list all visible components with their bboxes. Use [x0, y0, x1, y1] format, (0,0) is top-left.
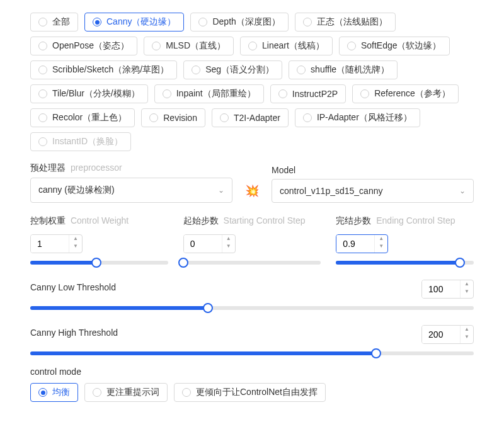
control-type-0[interactable]: 全部	[30, 13, 78, 31]
control-type-9[interactable]: Seg（语义分割）	[183, 60, 282, 79]
run-preprocessor-button[interactable]: 💥	[243, 181, 261, 200]
step-up-icon[interactable]: ▲	[461, 326, 473, 333]
radio-icon	[152, 42, 161, 50]
step-up-icon[interactable]: ▲	[69, 235, 82, 243]
canny-low-input[interactable]	[422, 280, 460, 298]
radio-label: Canny（硬边缘）	[106, 16, 176, 28]
canny-high-slider[interactable]	[30, 351, 474, 355]
radio-icon	[38, 66, 47, 74]
control-type-10[interactable]: shuffle（随机洗牌）	[289, 60, 398, 79]
weight-input[interactable]	[31, 235, 69, 253]
canny-high-thumb[interactable]	[371, 348, 381, 358]
control-type-14[interactable]: Reference（参考）	[352, 84, 459, 103]
control-type-8[interactable]: Scribble/Sketch（涂鸦/草图）	[30, 60, 177, 79]
control-type-4[interactable]: OpenPose（姿态）	[30, 37, 137, 55]
step-down-icon[interactable]: ▼	[461, 288, 473, 295]
step-down-icon[interactable]: ▼	[375, 243, 387, 250]
radio-icon	[182, 388, 191, 397]
canny-high-input[interactable]	[422, 326, 460, 343]
radio-icon	[38, 89, 47, 98]
control-type-11[interactable]: Tile/Blur（分块/模糊）	[30, 84, 148, 103]
end-thumb[interactable]	[455, 258, 465, 268]
radio-label: IP-Adapter（风格迁移）	[317, 112, 412, 123]
radio-label: SoftEdge（软边缘）	[361, 40, 442, 52]
control-mode-0[interactable]: 均衡	[30, 383, 78, 402]
radio-label: MLSD（直线）	[166, 40, 226, 52]
radio-icon	[198, 18, 207, 26]
control-type-2[interactable]: Depth（深度图）	[190, 13, 288, 31]
preprocessor-select[interactable]: canny (硬边缘检测) ⌄	[30, 178, 232, 203]
control-type-6[interactable]: Lineart（线稿）	[240, 37, 333, 55]
step-down-icon[interactable]: ▼	[69, 243, 82, 250]
step-down-icon[interactable]: ▼	[461, 333, 473, 341]
control-type-1[interactable]: Canny（硬边缘）	[84, 13, 184, 31]
canny-low-thumb[interactable]	[203, 303, 213, 313]
control-type-group: 全部Canny（硬边缘）Depth（深度图）正态（法线贴图）OpenPose（姿…	[30, 13, 474, 151]
end-input[interactable]	[336, 235, 374, 253]
end-slider[interactable]	[336, 261, 474, 265]
control-type-16[interactable]: Revision	[141, 108, 205, 127]
control-type-17[interactable]: T2I-Adapter	[212, 108, 289, 127]
preprocessor-label-cn: 预处理器	[30, 163, 66, 173]
canny-low-label: Canny Low Threshold	[30, 282, 116, 292]
preprocessor-label-en: preprocessor	[71, 163, 122, 173]
control-type-13[interactable]: InstructP2P	[270, 84, 346, 103]
step-down-icon[interactable]: ▼	[222, 243, 235, 250]
radio-label: Recolor（重上色）	[52, 112, 127, 123]
radio-label: Tile/Blur（分块/模糊）	[52, 88, 140, 100]
radio-label: 均衡	[52, 387, 70, 398]
control-type-12[interactable]: Inpaint（局部重绘）	[154, 84, 264, 103]
control-mode-label: control mode	[30, 367, 474, 377]
radio-label: Lineart（线稿）	[262, 40, 324, 52]
radio-label: 更倾向于让ControlNet自由发挥	[196, 387, 318, 398]
radio-label: Scribble/Sketch（涂鸦/草图）	[52, 64, 169, 76]
end-stepper[interactable]: ▲▼	[336, 234, 388, 253]
radio-label: T2I-Adapter	[234, 113, 280, 123]
radio-label: Seg（语义分割）	[205, 64, 274, 76]
control-type-15[interactable]: Recolor（重上色）	[30, 108, 135, 127]
radio-label: OpenPose（姿态）	[52, 40, 129, 52]
control-type-3[interactable]: 正态（法线贴图）	[295, 13, 396, 31]
canny-high-stepper[interactable]: ▲▼	[421, 325, 474, 344]
radio-icon	[38, 18, 47, 26]
control-mode-2[interactable]: 更倾向于让ControlNet自由发挥	[174, 383, 326, 402]
weight-thumb[interactable]	[91, 258, 101, 268]
start-thumb[interactable]	[178, 258, 188, 268]
start-slider[interactable]	[183, 261, 321, 265]
radio-label: shuffle（随机洗牌）	[311, 64, 389, 76]
start-input[interactable]	[184, 235, 222, 253]
radio-label: Revision	[163, 113, 197, 123]
radio-icon	[347, 42, 356, 50]
radio-label: 正态（法线贴图）	[317, 16, 387, 28]
radio-label: InstantID（换脸）	[52, 136, 123, 147]
canny-low-slider[interactable]	[30, 306, 474, 310]
start-stepper[interactable]: ▲▼	[183, 234, 236, 253]
radio-icon	[38, 42, 47, 50]
control-mode-1[interactable]: 更注重提示词	[84, 383, 168, 402]
weight-stepper[interactable]: ▲▼	[30, 234, 83, 253]
radio-label: Inpaint（局部重绘）	[176, 88, 256, 100]
radio-icon	[248, 42, 257, 50]
step-up-icon[interactable]: ▲	[375, 235, 387, 243]
canny-low-stepper[interactable]: ▲▼	[421, 280, 474, 299]
chevron-down-icon: ⌄	[218, 186, 224, 195]
weight-slider[interactable]	[30, 261, 168, 265]
control-type-18[interactable]: IP-Adapter（风格迁移）	[295, 108, 420, 127]
step-up-icon[interactable]: ▲	[222, 235, 235, 243]
model-select[interactable]: control_v11p_sd15_canny ⌄	[272, 179, 474, 203]
control-mode-group: 均衡更注重提示词更倾向于让ControlNet自由发挥	[30, 383, 474, 402]
control-type-5[interactable]: MLSD（直线）	[144, 37, 234, 55]
chevron-down-icon: ⌄	[459, 186, 466, 195]
radio-icon	[38, 137, 47, 146]
radio-label: InstructP2P	[292, 89, 338, 99]
radio-icon	[38, 388, 47, 397]
radio-label: 更注重提示词	[106, 387, 159, 398]
radio-icon	[38, 113, 47, 122]
radio-label: Reference（参考）	[374, 88, 450, 100]
model-value: control_v11p_sd15_canny	[280, 186, 382, 196]
step-up-icon[interactable]: ▲	[461, 280, 473, 288]
radio-icon	[360, 89, 369, 98]
radio-label: Depth（深度图）	[212, 16, 280, 28]
control-type-7[interactable]: SoftEdge（软边缘）	[339, 37, 450, 55]
radio-icon	[149, 113, 158, 122]
